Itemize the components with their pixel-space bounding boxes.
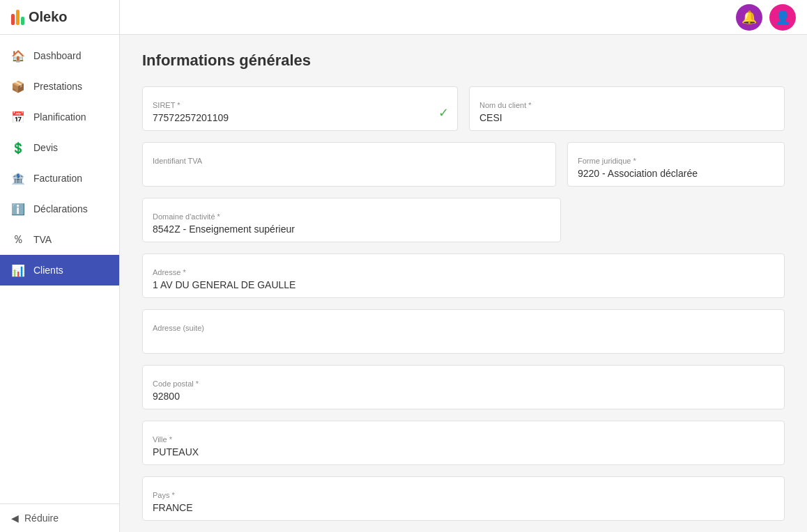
sidebar-item-devis[interactable]: 💲 Devis: [0, 132, 119, 163]
sidebar: Oleko 🏠 Dashboard 📦 Prestations 📅 Planif…: [0, 0, 120, 532]
sidebar-item-label-prestations: Prestations: [33, 81, 82, 92]
siret-field: SIRET * ✓: [142, 86, 458, 131]
form-row-5: Adresse (suite): [142, 309, 785, 354]
adresse-input[interactable]: [153, 279, 774, 290]
sidebar-item-declarations[interactable]: ℹ️ Déclarations: [0, 194, 119, 224]
pays-input[interactable]: [153, 502, 774, 513]
tva-icon: ％: [11, 233, 25, 247]
form-row-7: Ville *: [142, 421, 785, 465]
adresse-suite-field: Adresse (suite): [142, 309, 785, 354]
form-row-8: Pays *: [142, 476, 785, 521]
notification-button[interactable]: 🔔: [736, 4, 762, 31]
code-postal-field: Code postal *: [142, 365, 785, 409]
ville-input[interactable]: [153, 446, 774, 457]
user-button[interactable]: 👤: [769, 4, 796, 31]
nom-client-input[interactable]: [479, 112, 774, 123]
check-icon: ✓: [438, 105, 449, 120]
ville-field: Ville *: [142, 421, 785, 465]
sidebar-item-clients[interactable]: 📊 Clients: [0, 255, 119, 285]
sidebar-item-label-facturation: Facturation: [33, 173, 82, 184]
logo: Oleko: [0, 0, 119, 35]
form-row-2: Identifiant TVA Forme juridique *: [142, 142, 785, 187]
siret-input[interactable]: [153, 112, 447, 123]
topbar: 🔔 👤: [120, 0, 807, 35]
user-icon: 👤: [775, 10, 790, 25]
forme-juridique-label: Forme juridique *: [578, 157, 774, 165]
nom-client-field: Nom du client *: [469, 86, 785, 131]
sidebar-item-prestations[interactable]: 📦 Prestations: [0, 71, 119, 102]
page-title: Informations générales: [142, 52, 785, 70]
code-postal-input[interactable]: [153, 391, 774, 402]
siret-label: SIRET *: [153, 101, 447, 109]
sidebar-item-label-devis: Devis: [33, 142, 58, 153]
identifiant-tva-field: Identifiant TVA: [142, 142, 556, 187]
reduce-label: Réduire: [24, 513, 59, 524]
prestations-icon: 📦: [11, 79, 25, 93]
sidebar-item-label-tva: TVA: [33, 234, 52, 245]
adresse-label: Adresse *: [153, 268, 774, 276]
domaine-activite-field: Domaine d'activité *: [142, 198, 561, 242]
logo-text: Oleko: [29, 9, 68, 25]
adresse-field: Adresse *: [142, 253, 785, 298]
sidebar-item-label-declarations: Déclarations: [33, 203, 88, 214]
form-row-3: Domaine d'activité *: [142, 198, 785, 242]
pays-label: Pays *: [153, 491, 774, 499]
domaine-activite-input[interactable]: [153, 224, 551, 235]
sidebar-item-label-dashboard: Dashboard: [33, 50, 82, 61]
sidebar-item-label-planification: Planification: [33, 111, 86, 123]
identifiant-tva-label: Identifiant TVA: [153, 157, 546, 165]
sidebar-item-facturation[interactable]: 🏦 Facturation: [0, 163, 119, 194]
sidebar-item-label-clients: Clients: [33, 265, 63, 276]
pays-field: Pays *: [142, 476, 785, 521]
ville-label: Ville *: [153, 435, 774, 444]
domaine-activite-label: Domaine d'activité *: [153, 212, 551, 221]
nav-items: 🏠 Dashboard 📦 Prestations 📅 Planificatio…: [0, 35, 119, 503]
forme-juridique-field: Forme juridique *: [567, 142, 785, 187]
adresse-suite-label: Adresse (suite): [153, 324, 774, 332]
sidebar-item-dashboard[interactable]: 🏠 Dashboard: [0, 40, 119, 71]
devis-icon: 💲: [11, 141, 25, 155]
dashboard-icon: 🏠: [11, 49, 25, 63]
clients-icon: 📊: [11, 263, 25, 277]
sidebar-item-planification[interactable]: 📅 Planification: [0, 102, 119, 132]
logo-icon: [11, 10, 24, 25]
forme-juridique-input[interactable]: [578, 168, 774, 179]
adresse-suite-input[interactable]: [153, 335, 774, 346]
code-postal-label: Code postal *: [153, 380, 774, 388]
identifiant-tva-input[interactable]: [153, 168, 546, 179]
sidebar-footer[interactable]: ◀ Réduire: [0, 503, 119, 532]
reduce-icon: ◀: [11, 513, 19, 524]
planification-icon: 📅: [11, 110, 25, 124]
nom-client-label: Nom du client *: [479, 101, 774, 109]
form-row-6: Code postal *: [142, 365, 785, 409]
main-content: Informations générales SIRET * ✓ Nom du …: [120, 35, 807, 532]
form-row-4: Adresse *: [142, 253, 785, 298]
sidebar-item-tva[interactable]: ％ TVA: [0, 224, 119, 255]
declarations-icon: ℹ️: [11, 202, 25, 216]
main-wrapper: 🔔 👤 Informations générales SIRET * ✓ Nom…: [120, 0, 807, 532]
bell-icon: 🔔: [741, 10, 757, 25]
form-row-1: SIRET * ✓ Nom du client *: [142, 86, 785, 131]
facturation-icon: 🏦: [11, 171, 25, 185]
